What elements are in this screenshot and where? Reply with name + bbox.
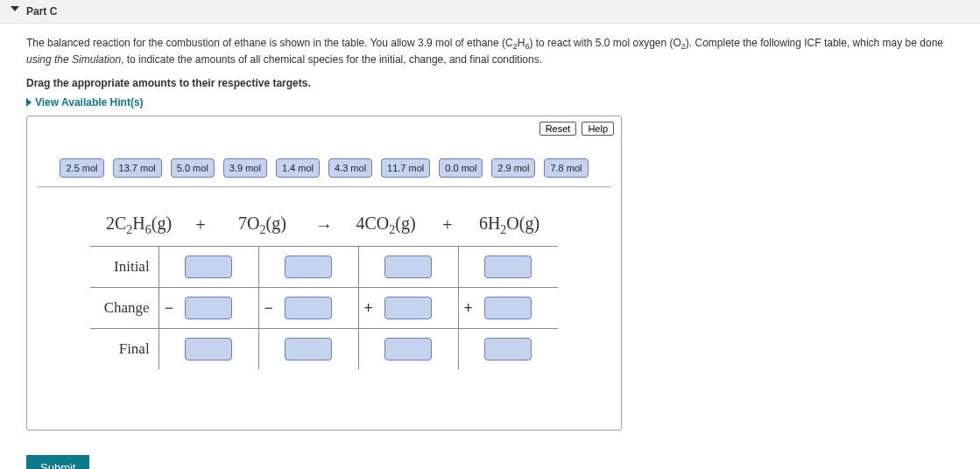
minus-sign: − [165, 298, 173, 317]
chip[interactable]: 2.9 mol [491, 158, 535, 178]
chip[interactable]: 4.3 mol [328, 158, 372, 178]
drag-drop-panel: Reset Help 2.5 mol 13.7 mol 5.0 mol 3.9 … [26, 116, 622, 430]
drop-target[interactable] [285, 338, 332, 360]
question-prompt: The balanced reaction for the combustion… [26, 36, 954, 68]
drop-target[interactable] [185, 256, 232, 278]
submit-button[interactable]: Submit [26, 455, 89, 469]
drag-instruction: Drag the appropriate amounts to their re… [26, 77, 954, 89]
chip[interactable]: 3.9 mol [223, 158, 267, 178]
chip[interactable]: 7.8 mol [544, 158, 588, 178]
row-label-final: Final [90, 328, 159, 369]
plus-sign: + [464, 298, 473, 317]
reaction-equation: 2C2H6(g) + 7O2(g) → 4CO2(g) + 6H2O(g) [90, 208, 558, 242]
drop-target[interactable] [185, 297, 232, 319]
drop-target[interactable] [285, 297, 332, 319]
chip[interactable]: 2.5 mol [60, 158, 103, 178]
row-label-initial: Initial [90, 246, 159, 287]
drop-target[interactable] [484, 256, 532, 278]
drop-target[interactable] [384, 256, 432, 278]
drop-target[interactable] [484, 297, 532, 319]
caret-right-icon [26, 98, 32, 107]
chip[interactable]: 13.7 mol [113, 158, 162, 178]
drop-target[interactable] [484, 338, 532, 360]
chip-tray: 2.5 mol 13.7 mol 5.0 mol 3.9 mol 1.4 mol… [38, 153, 610, 187]
drop-target[interactable] [185, 338, 232, 360]
row-label-change: Change [90, 287, 159, 328]
drop-target[interactable] [384, 297, 432, 319]
drop-target[interactable] [384, 338, 432, 360]
minus-sign: − [264, 298, 273, 317]
view-hints-toggle[interactable]: View Available Hint(s) [26, 96, 954, 108]
chip[interactable]: 5.0 mol [171, 158, 215, 178]
part-header[interactable]: Part C [0, 0, 980, 24]
plus-sign: + [364, 298, 373, 317]
chip[interactable]: 11.7 mol [381, 158, 430, 178]
chip[interactable]: 0.0 mol [439, 158, 483, 178]
part-label: Part C [26, 5, 57, 18]
drop-target[interactable] [285, 256, 332, 278]
help-button[interactable]: Help [582, 122, 614, 136]
reset-button[interactable]: Reset [539, 122, 577, 136]
caret-down-icon [11, 6, 19, 11]
icf-table: Initial Change − − + + Final [90, 246, 558, 369]
chip[interactable]: 1.4 mol [276, 158, 320, 178]
hints-label: View Available Hint(s) [35, 96, 144, 108]
